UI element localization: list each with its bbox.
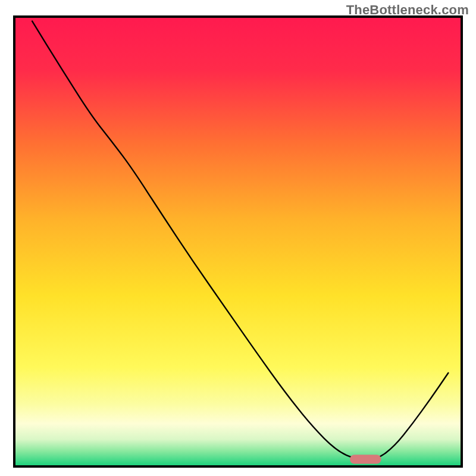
watermark-label: TheBottleneck.com <box>346 2 469 18</box>
gradient-background <box>14 17 462 466</box>
bottleneck-chart <box>0 0 476 476</box>
optimal-marker <box>350 455 381 464</box>
plot-area <box>14 17 462 466</box>
chart-container: TheBottleneck.com <box>0 0 476 476</box>
